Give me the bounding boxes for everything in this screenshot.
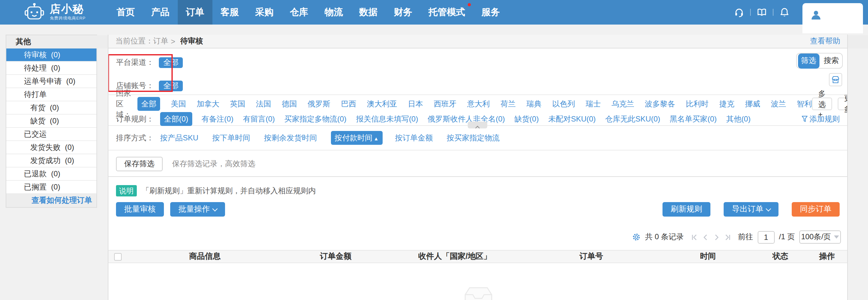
nav-item[interactable]: 仓库	[282, 0, 316, 25]
collapse-filters-button[interactable]	[468, 122, 487, 128]
dianxiaomi-order-page: 店小秘 免费跨境电商ERP 首页 产品 订单	[0, 0, 868, 300]
country-option[interactable]: 瑞典	[526, 99, 541, 109]
nav-item[interactable]: 服务	[473, 0, 508, 25]
country-option[interactable]: 美国	[171, 99, 186, 109]
rule-option[interactable]: 缺货(0)	[515, 114, 539, 124]
nav-item[interactable]: 托管模式	[421, 0, 473, 25]
country-option[interactable]: 以色列	[552, 99, 575, 109]
sidebar-item[interactable]: 发货成功 (0)	[6, 154, 96, 167]
user-menu[interactable]	[802, 3, 863, 33]
toggle-search[interactable]: 搜索	[820, 56, 842, 66]
view-help-link[interactable]: 查看帮助	[810, 36, 840, 46]
gear-icon[interactable]	[632, 233, 641, 241]
col-actions: 操作	[807, 251, 847, 262]
country-option[interactable]: 澳大利亚	[367, 99, 397, 109]
app-logo[interactable]: 店小秘 免费跨境电商ERP	[0, 3, 86, 22]
nav-item[interactable]: 首页	[108, 0, 143, 25]
col-recipient-country: 收件人「国家/地区」	[389, 251, 521, 262]
country-option[interactable]: 全部	[137, 97, 160, 111]
country-option[interactable]: 波多黎各	[645, 99, 675, 109]
country-option[interactable]: 比利时	[686, 99, 709, 109]
country-option[interactable]: 挪威	[745, 99, 760, 109]
page-number-input[interactable]	[757, 231, 774, 243]
rule-option[interactable]: 黑名单买家(0)	[670, 114, 717, 124]
sidebar-item[interactable]: 运单号申请 (0)	[6, 75, 96, 88]
note-text: 「刷新规则」重新计算规则，并自动移入相应规则内	[142, 186, 316, 196]
sidebar-item[interactable]: 待打单	[6, 88, 96, 101]
sidebar-item[interactable]: 待处理 (0)	[6, 62, 96, 75]
country-option[interactable]: 意大利	[467, 99, 490, 109]
platform-channel-chip[interactable]: 全部	[159, 57, 183, 68]
sidebar-item[interactable]: 待审核 (0)	[6, 48, 96, 62]
sort-asc-arrow: ▲	[373, 136, 378, 141]
shop-account-chip[interactable]: 全部	[159, 80, 183, 91]
country-option[interactable]: 波兰	[771, 99, 786, 109]
batch-actions-button[interactable]: 批量操作	[170, 202, 225, 216]
sidebar-item[interactable]: 发货失败 (0)	[6, 141, 96, 154]
country-option[interactable]: 西班牙	[434, 99, 456, 109]
per-page-select[interactable]: 100条/页	[799, 230, 841, 244]
select-all-checkbox[interactable]	[114, 253, 122, 260]
headset-icon[interactable]	[734, 7, 744, 18]
country-option[interactable]: 英国	[230, 99, 245, 109]
prev-page-icon[interactable]	[702, 234, 708, 240]
nav-item[interactable]: 产品	[143, 0, 178, 25]
sidebar-item-count: (0)	[51, 169, 60, 178]
sidebar-item[interactable]: 缺货 (0)	[6, 114, 96, 128]
rule-option[interactable]: 未配对SKU(0)	[548, 114, 596, 124]
rule-option[interactable]: 买家指定多物流(0)	[284, 114, 346, 124]
country-option[interactable]: 瑞士	[586, 99, 601, 109]
rule-option[interactable]: 报关信息未填写(0)	[356, 114, 418, 124]
batch-review-button[interactable]: 批量审核	[116, 202, 164, 216]
sidebar-item[interactable]: 已退款 (0)	[6, 167, 96, 181]
rule-option[interactable]: 俄罗斯收件人非全名(0)	[428, 114, 505, 124]
book-icon[interactable]	[756, 7, 767, 18]
multi-select-button[interactable]: 多选 +	[812, 98, 832, 110]
rule-option[interactable]: 有备注(0)	[202, 114, 233, 124]
sidebar-item[interactable]: 已搁置 (0)	[6, 181, 96, 194]
sidebar-item[interactable]: 有货 (0)	[6, 101, 96, 114]
sync-orders-button[interactable]: 同步订单	[792, 202, 840, 216]
country-option[interactable]: 乌克兰	[612, 99, 634, 109]
nav-item[interactable]: 财务	[386, 0, 421, 25]
nav-item[interactable]: 数据	[351, 0, 386, 25]
sort-option[interactable]: 按下单时间	[212, 133, 251, 143]
store-view-button[interactable]	[829, 73, 842, 86]
rule-option[interactable]: 仓库无此SKU(0)	[605, 114, 660, 124]
nav-item[interactable]: 采购	[247, 0, 282, 25]
country-option[interactable]: 巴西	[341, 99, 356, 109]
country-option[interactable]: 加拿大	[197, 99, 219, 109]
next-page-icon[interactable]	[713, 234, 719, 240]
country-option[interactable]: 荷兰	[500, 99, 516, 109]
country-option[interactable]: 日本	[408, 99, 423, 109]
sidebar-item[interactable]: 查看如何处理订单	[6, 194, 96, 207]
first-page-icon[interactable]	[690, 234, 697, 240]
rule-option[interactable]: 其他(0)	[726, 114, 750, 124]
sort-option[interactable]: 按产品SKU	[160, 133, 199, 143]
breadcrumb-parent[interactable]: 订单	[153, 36, 168, 46]
sort-option[interactable]: 按剩余发货时间	[264, 133, 318, 143]
save-filter-button[interactable]: 保存筛选	[116, 157, 163, 171]
country-option[interactable]: 法国	[256, 99, 271, 109]
nav-item[interactable]: 订单	[178, 0, 212, 25]
more-countries-button[interactable]: 更多	[838, 98, 848, 110]
sidebar-item[interactable]: 已交运	[6, 128, 96, 141]
sort-option[interactable]: 按订单金额	[395, 133, 434, 143]
bell-icon[interactable]	[779, 7, 790, 18]
nav-item[interactable]: 物流	[316, 0, 351, 25]
country-option[interactable]: 捷克	[719, 99, 734, 109]
add-rule-button[interactable]: 添加规则	[802, 114, 840, 124]
rule-option[interactable]: 全部(0)	[160, 112, 192, 126]
export-orders-button[interactable]: 导出订单	[724, 202, 778, 216]
toggle-filter[interactable]: 筛选	[798, 53, 819, 68]
country-option[interactable]: 智利	[797, 99, 812, 109]
country-option[interactable]: 俄罗斯	[308, 99, 330, 109]
last-page-icon[interactable]	[724, 234, 731, 240]
chevron-down-icon	[212, 206, 218, 211]
sort-option[interactable]: 按买家指定物流	[446, 133, 501, 143]
rule-option[interactable]: 有留言(0)	[243, 114, 275, 124]
country-option[interactable]: 德国	[282, 99, 297, 109]
sort-option[interactable]: 按付款时间▲	[331, 131, 382, 145]
refresh-rules-button[interactable]: 刷新规则	[662, 202, 710, 216]
nav-item[interactable]: 客服	[212, 0, 247, 25]
